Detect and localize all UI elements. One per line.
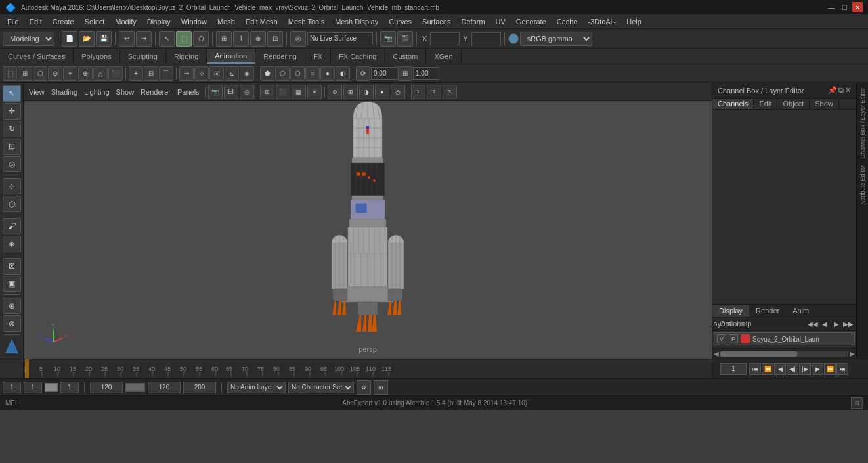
lighting-on-btn[interactable]: ☀: [307, 85, 322, 99]
layer-nav-prev-prev[interactable]: ◀◀: [808, 319, 818, 329]
char-set-dropdown[interactable]: No Character Set: [288, 382, 354, 393]
shelf-btn-5[interactable]: ⌖: [63, 66, 77, 81]
shelf-btn-4[interactable]: ⊙: [48, 66, 62, 81]
shaded-btn[interactable]: ⬛: [276, 85, 290, 99]
shelf-value-input-2[interactable]: [413, 67, 439, 80]
scrollbar-thumb[interactable]: [720, 351, 797, 357]
viewport-iso-btn[interactable]: ⊙: [328, 85, 342, 99]
menu-mesh-display[interactable]: Mesh Display: [330, 16, 383, 27]
range-bar[interactable]: [125, 383, 145, 392]
shelf-btn-9[interactable]: +: [129, 66, 143, 81]
max-frame-input[interactable]: [183, 382, 216, 393]
tab-fx[interactable]: FX: [305, 49, 331, 64]
menu-display[interactable]: Display: [142, 16, 175, 27]
menu-modify[interactable]: Modify: [110, 16, 141, 27]
shelf-btn-6[interactable]: ⊕: [78, 66, 93, 81]
lasso-tool-button[interactable]: ⬡: [3, 196, 21, 212]
frame-field-2[interactable]: [24, 382, 42, 393]
tab-curves-surfaces[interactable]: Curves / Surfaces: [0, 49, 74, 64]
timeline-prev-frame[interactable]: ◀: [774, 363, 786, 375]
channels-tab[interactable]: Channels: [712, 99, 754, 109]
timeline-to-start[interactable]: ⏮: [749, 363, 761, 375]
display-settings-button[interactable]: ▣: [3, 276, 21, 292]
timeline-play-back[interactable]: ◀|: [787, 363, 798, 375]
snap-curve-button[interactable]: ⌇: [233, 31, 249, 47]
frame-field-3[interactable]: [60, 382, 79, 393]
shelf-btn-14[interactable]: ◎: [209, 66, 224, 81]
layer-playback[interactable]: P: [729, 334, 738, 343]
timeline-prev-key[interactable]: ⏪: [762, 363, 773, 375]
shelf-btn-19[interactable]: ⬡: [290, 66, 305, 81]
select-object-button[interactable]: ⬚: [176, 31, 192, 47]
anim-tab[interactable]: Anim: [786, 305, 815, 317]
y-coord-input[interactable]: 1.00: [471, 32, 501, 45]
shelf-btn-22[interactable]: ◐: [336, 66, 350, 81]
menu-mesh[interactable]: Mesh: [213, 16, 240, 27]
universal-tool-button[interactable]: ◎: [3, 156, 21, 173]
show-tab[interactable]: Show: [810, 99, 839, 109]
shelf-btn-16[interactable]: ◈: [240, 66, 254, 81]
frame-field-1[interactable]: [3, 382, 21, 393]
scroll-left-btn[interactable]: ◀: [714, 350, 719, 357]
rotate-tool-button[interactable]: ↻: [3, 121, 21, 137]
renderer-menu[interactable]: Renderer: [138, 88, 173, 96]
tab-rendering[interactable]: Rendering: [255, 49, 305, 64]
shelf-btn-20[interactable]: ○: [305, 66, 320, 81]
viewport-shadow-btn[interactable]: ◑: [359, 85, 374, 99]
viewport-ao-btn[interactable]: ●: [375, 85, 389, 99]
paint-tool-button[interactable]: 🖌: [3, 218, 21, 234]
shelf-btn-18[interactable]: ⬠: [275, 66, 290, 81]
timeline-play-fwd[interactable]: |▶: [799, 363, 811, 375]
viewport-quality-3[interactable]: 3: [443, 85, 457, 99]
viewport-quality-2[interactable]: 2: [427, 85, 441, 99]
camera-button[interactable]: 📷: [380, 31, 396, 47]
menu-3dto-all[interactable]: -3DtoAll-: [584, 16, 621, 27]
layer-scrollbar[interactable]: ◀ ▶: [712, 348, 856, 359]
render-button[interactable]: 🎬: [397, 31, 413, 47]
shelf-btn-12[interactable]: ⊸: [179, 66, 194, 81]
layer-visibility[interactable]: V: [717, 334, 726, 343]
viewport-dof-btn[interactable]: ◎: [391, 85, 405, 99]
snap-point-button[interactable]: ⊕: [250, 31, 266, 47]
menu-uv[interactable]: UV: [491, 16, 510, 27]
tab-rigging[interactable]: Rigging: [166, 49, 207, 64]
menu-edit[interactable]: Edit: [25, 16, 47, 27]
shelf-btn-13[interactable]: ⊹: [194, 66, 209, 81]
workflow-dropdown[interactable]: Modeling: [3, 32, 54, 46]
panel-pin-icon[interactable]: 📌: [828, 86, 837, 95]
display-tab[interactable]: Display: [712, 305, 749, 317]
layer-nav-next[interactable]: ▶: [831, 319, 842, 329]
timeline-track[interactable]: 5 10 15 20 25 30 35 40 45: [24, 359, 712, 378]
shading-menu[interactable]: Shading: [49, 88, 80, 96]
menu-edit-mesh[interactable]: Edit Mesh: [241, 16, 282, 27]
shelf-btn-15[interactable]: ⊾: [225, 66, 239, 81]
layer-color-swatch[interactable]: [741, 334, 750, 343]
tab-sculpting[interactable]: Sculpting: [120, 49, 166, 64]
shelf-btn-21[interactable]: ●: [320, 66, 335, 81]
viewport-grid-btn[interactable]: ⊞: [343, 85, 358, 99]
anim-options-btn[interactable]: ⚙: [357, 380, 371, 395]
viewport-quality-1[interactable]: 1: [411, 85, 425, 99]
panel-float-icon[interactable]: ⧉: [838, 86, 844, 95]
edit-tab[interactable]: Edit: [754, 99, 777, 109]
x-coord-input[interactable]: 0.00: [430, 32, 460, 45]
select-tool-button[interactable]: ↖: [3, 85, 21, 102]
save-button[interactable]: 💾: [96, 31, 112, 47]
select-mode-button[interactable]: ↖: [159, 31, 175, 47]
snap-together-button[interactable]: ⊕: [3, 298, 21, 314]
shelf-btn-8[interactable]: ⬛: [108, 66, 123, 81]
live-surface-button[interactable]: ◎: [290, 31, 306, 47]
layer-nav-prev[interactable]: ◀: [819, 319, 830, 329]
live-surface-input[interactable]: [307, 32, 373, 45]
layer-name[interactable]: Soyuz_2_Orbital_Laun: [752, 336, 852, 343]
shelf-btn-17[interactable]: ⬟: [260, 66, 274, 81]
snap-grid-button[interactable]: ⊞: [216, 31, 232, 47]
layer-help-btn[interactable]: Help: [739, 319, 749, 329]
strip-attribute-editor-label[interactable]: Attribute Editor: [858, 163, 867, 208]
panels-menu[interactable]: Panels: [175, 88, 202, 96]
lighting-menu[interactable]: Lighting: [81, 88, 112, 96]
menu-help[interactable]: Help: [622, 16, 646, 27]
menu-deform[interactable]: Deform: [456, 16, 489, 27]
layer-nav-next-next[interactable]: ▶▶: [843, 319, 854, 329]
shelf-btn-23[interactable]: ⟳: [356, 66, 370, 81]
